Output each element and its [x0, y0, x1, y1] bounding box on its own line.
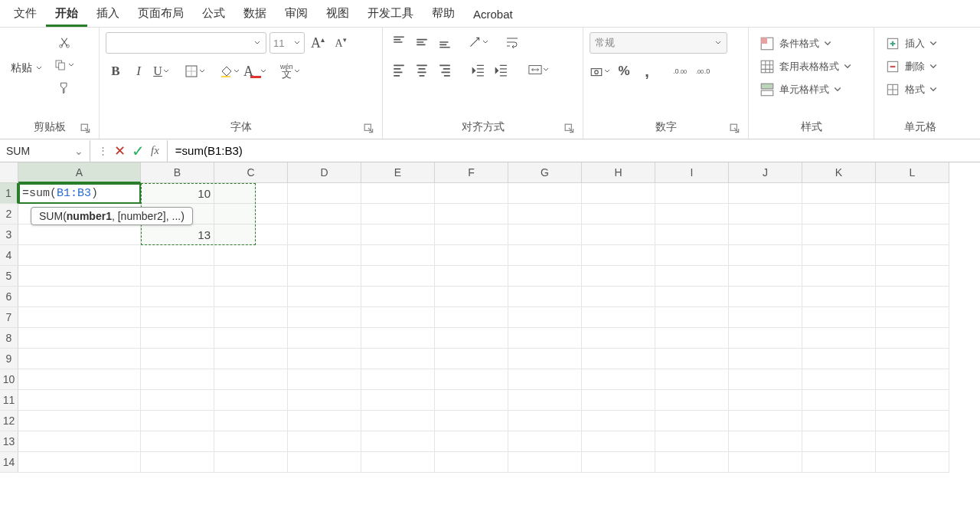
- cell[interactable]: [876, 431, 949, 452]
- cell[interactable]: [214, 245, 288, 266]
- cell[interactable]: 13: [141, 225, 214, 245]
- cell[interactable]: [288, 307, 361, 328]
- format-painter-button[interactable]: [54, 78, 74, 98]
- cell[interactable]: [288, 349, 361, 369]
- cell[interactable]: [655, 225, 729, 245]
- cell[interactable]: [288, 452, 361, 473]
- cell[interactable]: [582, 328, 655, 349]
- conditional-formatting-button[interactable]: 条件格式: [755, 32, 836, 55]
- cell[interactable]: [876, 307, 949, 328]
- cell[interactable]: [214, 287, 288, 307]
- cell[interactable]: [802, 225, 876, 245]
- cell[interactable]: [435, 431, 508, 452]
- cell[interactable]: [214, 452, 288, 473]
- cell[interactable]: [361, 328, 435, 349]
- cell[interactable]: [214, 204, 288, 225]
- cell[interactable]: [214, 225, 288, 245]
- cell[interactable]: [802, 411, 876, 431]
- cell[interactable]: [876, 390, 949, 411]
- menu-formulas[interactable]: 公式: [193, 2, 234, 27]
- dialog-launcher-icon[interactable]: [364, 123, 374, 134]
- cell[interactable]: [655, 287, 729, 307]
- cell[interactable]: [802, 204, 876, 225]
- column-header[interactable]: J: [729, 162, 802, 183]
- cell[interactable]: [141, 431, 214, 452]
- chevron-down-icon[interactable]: ⌄: [74, 145, 83, 157]
- decrease-decimal-button[interactable]: .00.0: [693, 61, 713, 81]
- fill-color-button[interactable]: [219, 61, 240, 81]
- cell[interactable]: [18, 245, 141, 266]
- cell[interactable]: [802, 287, 876, 307]
- cell[interactable]: [508, 245, 582, 266]
- cell[interactable]: [508, 307, 582, 328]
- row-header[interactable]: 4: [0, 245, 18, 266]
- cell[interactable]: [214, 349, 288, 369]
- increase-indent-button[interactable]: [491, 60, 511, 80]
- cell[interactable]: [876, 349, 949, 369]
- cell[interactable]: [18, 287, 141, 307]
- cell[interactable]: [18, 349, 141, 369]
- menu-insert[interactable]: 插入: [87, 2, 129, 27]
- cell[interactable]: [582, 204, 655, 225]
- cell[interactable]: [214, 183, 288, 204]
- cell[interactable]: [729, 369, 802, 390]
- cell[interactable]: [876, 369, 949, 390]
- cell[interactable]: [435, 183, 508, 204]
- cell[interactable]: [876, 225, 949, 245]
- dialog-launcher-icon[interactable]: [564, 123, 575, 134]
- formula-options-icon[interactable]: ⋮: [98, 145, 108, 156]
- dialog-launcher-icon[interactable]: [80, 123, 91, 134]
- cell[interactable]: [361, 266, 435, 287]
- cell[interactable]: [435, 307, 508, 328]
- row-header[interactable]: 10: [0, 369, 18, 390]
- cell[interactable]: [361, 369, 435, 390]
- row-header[interactable]: 5: [0, 266, 18, 287]
- column-header[interactable]: G: [508, 162, 582, 183]
- cell[interactable]: [361, 452, 435, 473]
- cell[interactable]: [729, 411, 802, 431]
- cell[interactable]: [288, 287, 361, 307]
- cell[interactable]: [435, 328, 508, 349]
- cell[interactable]: [655, 328, 729, 349]
- cell[interactable]: [288, 328, 361, 349]
- cell[interactable]: [141, 452, 214, 473]
- cell[interactable]: [802, 245, 876, 266]
- column-header[interactable]: H: [582, 162, 655, 183]
- cell[interactable]: [361, 431, 435, 452]
- cell[interactable]: [582, 431, 655, 452]
- cell[interactable]: [435, 245, 508, 266]
- cell[interactable]: [214, 328, 288, 349]
- cell[interactable]: =sum(B1:B3): [18, 183, 141, 204]
- cell[interactable]: [288, 369, 361, 390]
- cell[interactable]: [435, 266, 508, 287]
- cell[interactable]: [655, 390, 729, 411]
- cell[interactable]: [435, 411, 508, 431]
- cell[interactable]: [361, 307, 435, 328]
- cell[interactable]: [141, 266, 214, 287]
- column-header[interactable]: B: [141, 162, 214, 183]
- cell[interactable]: 10: [141, 183, 214, 204]
- cell[interactable]: [435, 390, 508, 411]
- dialog-launcher-icon[interactable]: [730, 123, 740, 134]
- cell[interactable]: [508, 369, 582, 390]
- cut-button[interactable]: [54, 32, 74, 52]
- cell[interactable]: [435, 204, 508, 225]
- cell[interactable]: [802, 369, 876, 390]
- cell[interactable]: [729, 245, 802, 266]
- cell[interactable]: [655, 411, 729, 431]
- delete-cells-button[interactable]: 删除: [880, 55, 942, 78]
- cell[interactable]: [508, 225, 582, 245]
- menu-acrobat[interactable]: Acrobat: [464, 3, 522, 27]
- cell[interactable]: [582, 183, 655, 204]
- cell[interactable]: [435, 452, 508, 473]
- insert-cells-button[interactable]: 插入: [880, 32, 942, 55]
- menu-pagelayout[interactable]: 页面布局: [129, 2, 193, 27]
- cell[interactable]: [288, 245, 361, 266]
- cell[interactable]: [508, 349, 582, 369]
- cell[interactable]: [729, 390, 802, 411]
- merge-center-button[interactable]: [524, 60, 554, 80]
- cell[interactable]: [582, 369, 655, 390]
- row-header[interactable]: 11: [0, 390, 18, 411]
- column-header[interactable]: K: [802, 162, 876, 183]
- cell[interactable]: [214, 411, 288, 431]
